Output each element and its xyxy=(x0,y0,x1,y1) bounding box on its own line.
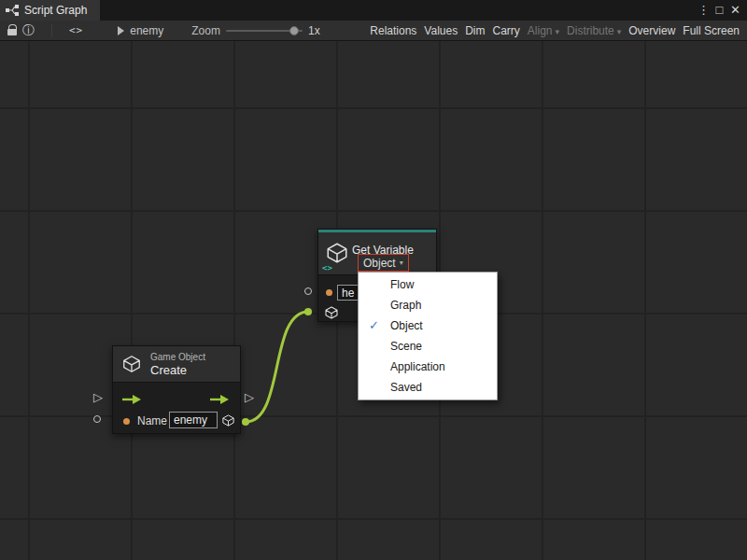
scope-menu: Flow Graph ✓Object Scene Application Sav… xyxy=(358,272,498,400)
align-button[interactable]: Align▾ xyxy=(528,24,559,37)
chevron-down-icon: ▾ xyxy=(556,27,560,36)
code-badge-icon: <> xyxy=(322,263,332,273)
get-variable-name-port[interactable] xyxy=(304,287,312,295)
graph-toolbar: ⓘ <> enemy Zoom 1x Relations Values Dim … xyxy=(0,21,747,41)
graph-canvas[interactable]: <> Get Variable Object ▾ xyxy=(0,41,747,560)
menu-item-graph[interactable]: Graph xyxy=(359,295,497,315)
scope-value: Object xyxy=(363,257,396,270)
node-category: Game Object xyxy=(150,352,205,362)
variable-arrow-icon xyxy=(117,26,125,35)
scope-dropdown[interactable]: Object ▾ xyxy=(358,254,409,272)
name-value-field[interactable] xyxy=(169,412,218,428)
node-create[interactable]: Game Object Create Name xyxy=(112,345,241,434)
maximize-icon[interactable]: □ xyxy=(712,0,727,21)
current-variable[interactable]: enemy xyxy=(117,24,163,37)
window-menu-icon[interactable]: ⋮ xyxy=(696,0,712,21)
node-body: Name xyxy=(113,382,240,433)
menu-item-flow[interactable]: Flow xyxy=(359,274,497,295)
create-name-port[interactable] xyxy=(93,415,101,423)
node-title: Create xyxy=(150,363,187,377)
create-flow-out-port[interactable]: ▷ xyxy=(245,391,254,403)
flow-in-arrow-icon[interactable] xyxy=(122,395,141,404)
check-icon: ✓ xyxy=(369,315,379,336)
name-input-port[interactable] xyxy=(326,289,332,296)
chevron-down-icon: ▾ xyxy=(400,259,403,267)
overview-button[interactable]: Overview xyxy=(628,24,675,37)
relations-button[interactable]: Relations xyxy=(370,24,416,37)
script-graph-window: Script Graph ⋮ □ ✕ ⓘ <> enemy Zoom 1x Re… xyxy=(0,0,747,560)
menu-item-object[interactable]: ✓Object xyxy=(359,315,497,336)
variable-cube-icon: <> xyxy=(325,241,349,269)
window-controls: ⋮ □ ✕ xyxy=(696,0,747,21)
result-cube-icon[interactable] xyxy=(221,413,235,431)
menu-item-application[interactable]: Application xyxy=(359,357,497,377)
script-graph-icon xyxy=(6,4,19,17)
object-output-cube-icon[interactable] xyxy=(324,305,339,324)
create-flow-in-port[interactable]: ▷ xyxy=(93,391,103,403)
values-button[interactable]: Values xyxy=(424,24,458,37)
tab-script-graph[interactable]: Script Graph xyxy=(0,0,100,21)
zoom-slider[interactable] xyxy=(226,24,303,37)
dim-button[interactable]: Dim xyxy=(465,24,485,37)
distribute-button[interactable]: Distribute▾ xyxy=(567,24,621,37)
code-icon[interactable]: <> xyxy=(69,24,83,36)
menu-item-scene[interactable]: Scene xyxy=(359,336,497,357)
game-object-cube-icon xyxy=(121,354,142,378)
carry-button[interactable]: Carry xyxy=(493,24,520,37)
info-icon[interactable]: ⓘ xyxy=(22,22,35,39)
name-input-port[interactable] xyxy=(123,418,130,425)
toolbar-separator xyxy=(51,24,52,37)
lock-icon[interactable] xyxy=(7,29,17,35)
chevron-down-icon: ▾ xyxy=(617,27,622,36)
zoom-slider-knob[interactable] xyxy=(289,26,299,35)
param-label: Name xyxy=(137,414,167,427)
menu-item-saved[interactable]: Saved xyxy=(359,377,497,398)
connection-wire xyxy=(246,312,308,422)
zoom-value: 1x xyxy=(308,24,320,37)
flow-out-arrow-icon[interactable] xyxy=(210,395,229,404)
titlebar: Script Graph ⋮ □ ✕ xyxy=(0,0,747,21)
variable-name: enemy xyxy=(130,24,163,37)
wire-source-dot[interactable] xyxy=(242,418,249,426)
tab-title: Script Graph xyxy=(24,4,87,17)
zoom-label: Zoom xyxy=(191,24,220,37)
wire-target-dot[interactable] xyxy=(304,308,312,315)
toolbar-buttons: Relations Values Dim Carry Align▾ Distri… xyxy=(370,24,741,37)
fullscreen-button[interactable]: Full Screen xyxy=(683,24,740,37)
node-header[interactable]: Game Object Create xyxy=(113,346,240,382)
close-icon[interactable]: ✕ xyxy=(727,0,743,21)
